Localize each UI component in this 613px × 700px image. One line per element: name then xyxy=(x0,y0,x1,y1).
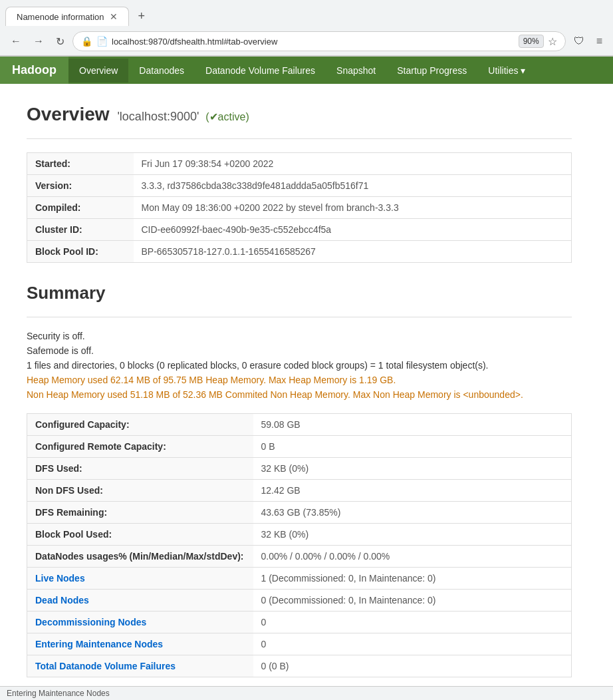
page-title: Overview xyxy=(27,104,110,124)
summary-link[interactable]: Live Nodes xyxy=(35,573,85,584)
summary-value: 0 xyxy=(253,612,572,633)
info-value: BP-665305718-127.0.1.1-1655416585267 xyxy=(134,241,572,263)
summary-value: 32 KB (0%) xyxy=(253,524,572,546)
summary-label: DFS Remaining: xyxy=(27,502,253,524)
reload-button[interactable]: ↻ xyxy=(52,33,68,51)
summary-label[interactable]: Decommissioning Nodes xyxy=(27,612,253,633)
summary-table-row: Total Datanode Volume Failures0 (0 B) xyxy=(27,655,572,677)
browser-chrome: Namenode information ✕ + ← → ↻ 🔒 📄 local… xyxy=(0,0,613,57)
new-tab-button[interactable]: + xyxy=(132,5,152,27)
summary-divider xyxy=(27,317,572,317)
summary-value: 0 B xyxy=(253,436,572,458)
zoom-level: 90% xyxy=(519,35,544,48)
summary-label: Configured Remote Capacity: xyxy=(27,436,253,458)
summary-value: 12.42 GB xyxy=(253,480,572,502)
menu-button[interactable]: ≡ xyxy=(592,33,606,50)
address-bar[interactable]: 🔒 📄 localhost:9870/dfshealth.html#tab-ov… xyxy=(72,31,566,51)
info-value: Fri Jun 17 09:38:54 +0200 2022 xyxy=(134,153,572,175)
info-table-row: Block Pool ID:BP-665305718-127.0.1.1-165… xyxy=(27,241,572,263)
info-table-row: Version:3.3.3, rd37586cbda38c338d9fe481a… xyxy=(27,175,572,197)
nav-utilities[interactable]: Utilities ▾ xyxy=(477,59,536,83)
summary-label: Non DFS Used: xyxy=(27,480,253,502)
nav-overview[interactable]: Overview xyxy=(68,59,128,83)
summary-lines: Security is off.Safemode is off.1 files … xyxy=(27,331,572,400)
info-table-row: Started:Fri Jun 17 09:38:54 +0200 2022 xyxy=(27,153,572,175)
summary-value: 32 KB (0%) xyxy=(253,458,572,480)
nav-startup-progress[interactable]: Startup Progress xyxy=(386,59,477,83)
info-label: Version: xyxy=(27,175,134,197)
info-label: Cluster ID: xyxy=(27,219,134,241)
summary-table-row: DataNodes usages% (Min/Median/Max/stdDev… xyxy=(27,546,572,568)
info-table-row: Cluster ID:CID-ee60992f-baec-490b-9e35-c… xyxy=(27,219,572,241)
overview-host: 'localhost:9000' xyxy=(117,110,199,123)
summary-label[interactable]: Live Nodes xyxy=(27,568,253,590)
summary-value: 0 xyxy=(253,633,572,655)
browser-tab[interactable]: Namenode information ✕ xyxy=(5,7,129,26)
overview-header: Overview 'localhost:9000' (✔active) xyxy=(27,104,572,125)
summary-link[interactable]: Decommissioning Nodes xyxy=(35,617,146,627)
page-icon: 📄 xyxy=(96,36,108,47)
summary-table: Configured Capacity:59.08 GBConfigured R… xyxy=(27,413,572,677)
summary-value: 0 (0 B) xyxy=(253,655,572,677)
navbar-brand: Hadoop xyxy=(0,57,68,84)
navbar: Hadoop Overview Datanodes Datanode Volum… xyxy=(0,57,613,84)
tab-title: Namenode information xyxy=(17,12,104,22)
summary-table-row: Entering Maintenance Nodes0 xyxy=(27,633,572,655)
summary-line: 1 files and directories, 0 blocks (0 rep… xyxy=(27,360,572,371)
overview-divider xyxy=(27,138,572,139)
summary-table-row: Configured Remote Capacity:0 B xyxy=(27,436,572,458)
overview-status: (✔active) xyxy=(205,111,249,122)
summary-value: 59.08 GB xyxy=(253,414,572,436)
info-table: Started:Fri Jun 17 09:38:54 +0200 2022Ve… xyxy=(27,152,572,263)
summary-label: DFS Used: xyxy=(27,458,253,480)
back-button[interactable]: ← xyxy=(7,33,25,50)
summary-label[interactable]: Total Datanode Volume Failures xyxy=(27,655,253,677)
summary-table-row: Block Pool Used:32 KB (0%) xyxy=(27,524,572,546)
summary-label[interactable]: Dead Nodes xyxy=(27,590,253,612)
summary-value: 0 (Decommissioned: 0, In Maintenance: 0) xyxy=(253,590,572,612)
browser-controls: ← → ↻ 🔒 📄 localhost:9870/dfshealth.html#… xyxy=(0,27,613,56)
summary-title: Summary xyxy=(27,283,572,303)
status-bar: Entering Maintenance Nodes xyxy=(0,686,613,697)
summary-table-row: Decommissioning Nodes0 xyxy=(27,612,572,633)
summary-line: Non Heap Memory used 51.18 MB of 52.36 M… xyxy=(27,389,572,400)
summary-table-row: DFS Used:32 KB (0%) xyxy=(27,458,572,480)
summary-value: 1 (Decommissioned: 0, In Maintenance: 0) xyxy=(253,568,572,590)
summary-label: DataNodes usages% (Min/Median/Max/stdDev… xyxy=(27,546,253,568)
summary-link[interactable]: Total Datanode Volume Failures xyxy=(35,661,176,671)
summary-value: 0.00% / 0.00% / 0.00% / 0.00% xyxy=(253,546,572,568)
summary-table-row: DFS Remaining:43.63 GB (73.85%) xyxy=(27,502,572,524)
info-value: CID-ee60992f-baec-490b-9e35-c552ebcc4f5a xyxy=(134,219,572,241)
summary-line: Security is off. xyxy=(27,331,572,341)
nav-datanodes[interactable]: Datanodes xyxy=(128,59,195,83)
summary-table-row: Dead Nodes0 (Decommissioned: 0, In Maint… xyxy=(27,590,572,612)
summary-table-row: Non DFS Used:12.42 GB xyxy=(27,480,572,502)
info-label: Block Pool ID: xyxy=(27,241,134,263)
summary-label: Configured Capacity: xyxy=(27,414,253,436)
address-text: localhost:9870/dfshealth.html#tab-overvi… xyxy=(112,37,515,47)
info-table-row: Compiled:Mon May 09 18:36:00 +0200 2022 … xyxy=(27,197,572,219)
info-label: Started: xyxy=(27,153,134,175)
extensions-button[interactable]: 🛡 xyxy=(570,33,588,50)
forward-button[interactable]: → xyxy=(29,33,48,50)
bookmark-icon[interactable]: ☆ xyxy=(548,35,557,48)
nav-utilities-dropdown[interactable]: Utilities ▾ xyxy=(477,59,536,83)
info-value: 3.3.3, rd37586cbda38c338d9fe481addda5a05… xyxy=(134,175,572,197)
info-value: Mon May 09 18:36:00 +0200 2022 by stevel… xyxy=(134,197,572,219)
summary-link[interactable]: Dead Nodes xyxy=(35,595,89,606)
summary-line: Heap Memory used 62.14 MB of 95.75 MB He… xyxy=(27,375,572,385)
tab-close-button[interactable]: ✕ xyxy=(110,11,118,22)
nav-snapshot[interactable]: Snapshot xyxy=(326,59,386,83)
browser-tabs: Namenode information ✕ + xyxy=(0,0,613,27)
summary-label: Block Pool Used: xyxy=(27,524,253,546)
status-text: Entering Maintenance Nodes xyxy=(7,689,110,697)
nav-datanode-volume-failures[interactable]: Datanode Volume Failures xyxy=(195,59,326,83)
summary-value: 43.63 GB (73.85%) xyxy=(253,502,572,524)
summary-line: Safemode is off. xyxy=(27,345,572,356)
info-label: Compiled: xyxy=(27,197,134,219)
security-icon: 🔒 xyxy=(81,36,92,47)
summary-table-row: Configured Capacity:59.08 GB xyxy=(27,414,572,436)
page-content: Overview 'localhost:9000' (✔active) Star… xyxy=(0,84,598,697)
summary-label[interactable]: Entering Maintenance Nodes xyxy=(27,633,253,655)
summary-link[interactable]: Entering Maintenance Nodes xyxy=(35,639,163,649)
